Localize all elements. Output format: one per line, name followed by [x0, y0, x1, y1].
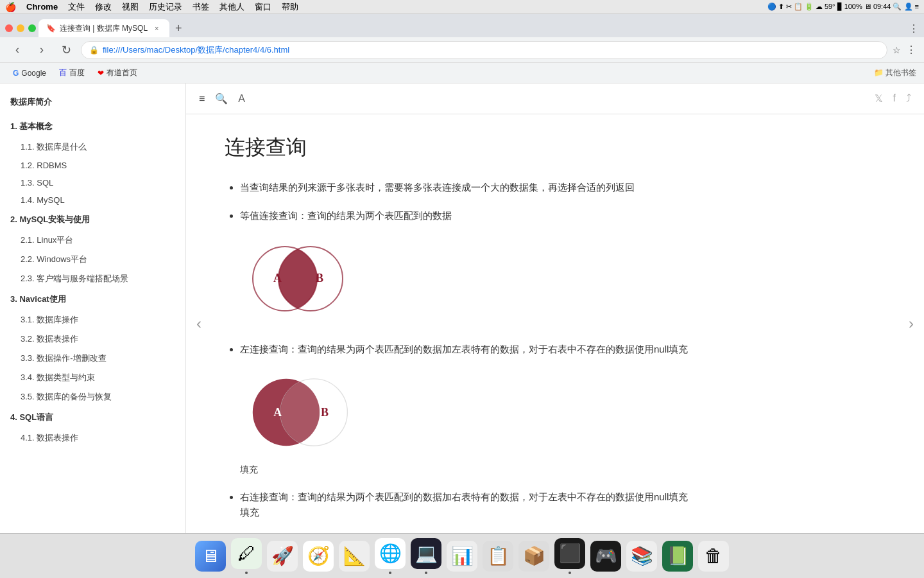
- svg-text:A: A: [273, 406, 282, 419]
- url-bar[interactable]: 🔒 file:///Users/mac/Desktop/数据库/chapter4…: [81, 41, 887, 59]
- sidebar-item-2-3[interactable]: 2.3. 客户端与服务端搭配场景: [0, 269, 185, 288]
- xcode-icon[interactable]: 📐: [339, 541, 370, 572]
- sidebar-item-1-2[interactable]: 1.2. RDBMS: [0, 157, 185, 174]
- chrome-dot: [389, 572, 391, 574]
- maximize-button[interactable]: [28, 24, 36, 32]
- chrome-settings-icon[interactable]: ⋮: [906, 44, 916, 56]
- sidebar-item-4-1[interactable]: 4.1. 数据表操作: [0, 428, 185, 448]
- dock-xcode[interactable]: 📐: [339, 541, 370, 572]
- bullet-item-1: 当查询结果的列来源于多张表时，需要将多张表连接成一个大的数据集，再选择合适的列返…: [240, 180, 886, 195]
- help-menu[interactable]: 帮助: [282, 1, 298, 13]
- sidebar-item-2-1[interactable]: 2.1. Linux平台: [0, 231, 185, 250]
- dock-finder[interactable]: 🖥: [195, 541, 226, 572]
- sidebar-item-3-4[interactable]: 3.4. 数据类型与约束: [0, 368, 185, 387]
- history-menu[interactable]: 历史记录: [149, 1, 182, 13]
- font-icon[interactable]: A: [238, 93, 245, 105]
- dock-trash[interactable]: 🗑: [698, 541, 729, 572]
- lock-icon: 🔒: [89, 46, 99, 55]
- dock-excel[interactable]: 📗: [662, 541, 693, 572]
- sidebar-item-1-4[interactable]: 1.4. MySQL: [0, 191, 185, 209]
- bullet-text-4: 右连接查询：查询的结果为两个表匹配到的数据加右表特有的数据，对于左表中不存在的数…: [240, 491, 688, 502]
- edit-menu[interactable]: 修改: [95, 1, 112, 13]
- file-menu[interactable]: 文件: [68, 1, 85, 13]
- prev-page-button[interactable]: ‹: [191, 310, 207, 338]
- baidu-icon: 百: [59, 67, 67, 78]
- window-menu[interactable]: 窗口: [255, 1, 271, 13]
- reload-button[interactable]: ↻: [56, 40, 76, 60]
- new-tab-button[interactable]: +: [169, 19, 187, 37]
- wps-icon[interactable]: 📦: [518, 541, 549, 572]
- back-button[interactable]: ‹: [8, 40, 27, 60]
- close-button[interactable]: [5, 24, 13, 32]
- dock-safari[interactable]: 🧭: [303, 541, 334, 572]
- content-toolbar: ≡ 🔍 A 𝕏 f ⤴: [186, 83, 924, 114]
- others-menu[interactable]: 其他人: [219, 1, 244, 13]
- hamburger-icon[interactable]: ≡: [199, 93, 205, 105]
- view-menu[interactable]: 视图: [122, 1, 139, 13]
- sidebar-item-1-3[interactable]: 1.3. SQL: [0, 174, 185, 191]
- dock-rocket[interactable]: 🚀: [267, 541, 298, 572]
- chrome-menu[interactable]: Chrome: [26, 2, 58, 12]
- sidebar-item-3-2[interactable]: 3.2. 数据表操作: [0, 329, 185, 349]
- share-icon[interactable]: ⤴: [906, 92, 911, 105]
- tab-bar-right: ⋮: [909, 22, 919, 37]
- bookmark-google[interactable]: G Google: [8, 67, 51, 80]
- bookmark-star-icon[interactable]: ☆: [893, 45, 901, 55]
- sidebar-item-3-5[interactable]: 3.5. 数据库的备份与恢复: [0, 387, 185, 407]
- other-bookmarks[interactable]: 📁 其他书签: [874, 67, 916, 78]
- tab-close-icon[interactable]: ×: [151, 23, 162, 33]
- dock-grammarly[interactable]: 🖊: [231, 538, 262, 574]
- keynote-icon[interactable]: 📊: [447, 541, 477, 572]
- bookmark-youdao[interactable]: ❤ 有道首页: [92, 66, 142, 80]
- excel-icon[interactable]: 📗: [662, 541, 693, 572]
- stacks-icon[interactable]: 📚: [626, 541, 657, 572]
- grammarly-dot: [245, 572, 248, 574]
- sidebar-item-2-2[interactable]: 2.2. Windows平台: [0, 250, 185, 269]
- dock-wps[interactable]: 📦: [518, 541, 549, 572]
- next-page-button[interactable]: ›: [903, 310, 919, 338]
- obs-icon[interactable]: 🎮: [590, 541, 621, 572]
- sidebar-section-2[interactable]: 2. MySQL安装与使用: [0, 209, 185, 231]
- right-join-fill-inline: 填充: [240, 507, 259, 518]
- sidebar-section-1[interactable]: 1. 基本概念: [0, 116, 185, 137]
- safari-icon[interactable]: 🧭: [303, 541, 334, 572]
- grammarly-icon[interactable]: 🖊: [231, 538, 262, 569]
- tab-bar-menu-icon[interactable]: ⋮: [909, 22, 919, 35]
- terminal-icon[interactable]: ⬛: [554, 538, 585, 569]
- dock-stacks[interactable]: 📚: [626, 541, 657, 572]
- bullet-list: 当查询结果的列来源于多张表时，需要将多张表连接成一个大的数据集，再选择合适的列返…: [225, 180, 886, 533]
- twitter-icon[interactable]: 𝕏: [875, 92, 883, 105]
- search-icon[interactable]: 🔍: [215, 92, 228, 105]
- app1-icon[interactable]: 📋: [483, 541, 513, 572]
- dock-keynote[interactable]: 📊: [447, 541, 477, 572]
- dock-app1[interactable]: 📋: [483, 541, 513, 572]
- bookmarks-bar: G Google 百 百度 ❤ 有道首页 📁 其他书签: [0, 63, 924, 83]
- main-area: 数据库简介 1. 基本概念 1.1. 数据库是什么 1.2. RDBMS 1.3…: [0, 83, 924, 533]
- forward-button[interactable]: ›: [32, 40, 51, 60]
- dock-chrome[interactable]: 🌐: [375, 538, 406, 574]
- sidebar: 数据库简介 1. 基本概念 1.1. 数据库是什么 1.2. RDBMS 1.3…: [0, 83, 186, 533]
- sidebar-section-4[interactable]: 4. SQL语言: [0, 407, 185, 428]
- sidebar-item-3-1[interactable]: 3.1. 数据库操作: [0, 310, 185, 329]
- facebook-icon[interactable]: f: [893, 92, 896, 105]
- pycharm-icon[interactable]: 💻: [411, 538, 441, 569]
- minimize-button[interactable]: [17, 24, 24, 32]
- sidebar-item-3-3[interactable]: 3.3. 数据操作-增删改查: [0, 349, 185, 368]
- dock-pycharm[interactable]: 💻: [411, 538, 441, 574]
- left-join-svg: A B: [240, 367, 355, 457]
- trash-icon[interactable]: 🗑: [698, 541, 729, 572]
- dock-terminal[interactable]: ⬛: [554, 538, 585, 574]
- sidebar-section-3[interactable]: 3. Navicat使用: [0, 288, 185, 310]
- right-join-diagram: A B: [240, 530, 886, 533]
- window-controls: [5, 24, 38, 37]
- active-tab[interactable]: 🔖 连接查询 | 数据库 MySQL ×: [38, 19, 169, 37]
- rocket-icon[interactable]: 🚀: [267, 541, 298, 572]
- finder-icon[interactable]: 🖥: [195, 541, 226, 572]
- bullet-text-2: 等值连接查询：查询的结果为两个表匹配到的数据: [240, 210, 452, 221]
- sidebar-item-1-1[interactable]: 1.1. 数据库是什么: [0, 137, 185, 157]
- chrome-icon[interactable]: 🌐: [375, 538, 406, 569]
- apple-menu[interactable]: 🍎: [5, 2, 16, 12]
- dock-obs[interactable]: 🎮: [590, 541, 621, 572]
- bookmark-baidu[interactable]: 百 百度: [54, 66, 90, 80]
- bookmarks-menu[interactable]: 书签: [193, 1, 209, 13]
